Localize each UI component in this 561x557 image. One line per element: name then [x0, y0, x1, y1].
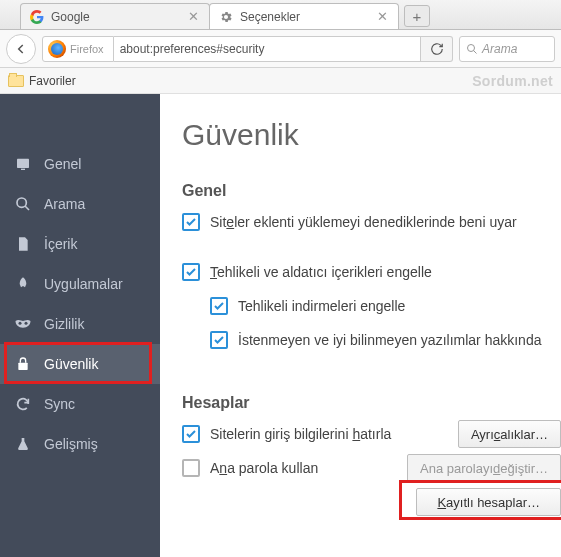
sidebar-label: Genel — [44, 156, 81, 172]
close-icon[interactable]: ✕ — [188, 9, 199, 24]
bookmark-favorites[interactable]: Favoriler — [29, 74, 76, 88]
saved-logins-button[interactable]: Kayıtlı hesaplar… — [416, 488, 561, 516]
svg-point-0 — [468, 44, 475, 51]
close-icon[interactable]: ✕ — [377, 9, 388, 24]
page-title: Güvenlik — [182, 118, 561, 152]
sidebar-label: İçerik — [44, 236, 77, 252]
passwords-area: Sitelerin giriş bilgilerini hatırla Ayrı… — [182, 420, 561, 516]
label-block-danger: Tehlikeli ve aldatıcı içerikleri engelle — [210, 264, 432, 280]
sidebar-label: Gizlilik — [44, 316, 84, 332]
section-passwords: Hesaplar — [182, 394, 561, 412]
tab-google[interactable]: Google ✕ — [20, 3, 210, 29]
nav-toolbar: Firefox about:preferences#security Arama — [0, 30, 561, 68]
sidebar-label: Güvenlik — [44, 356, 98, 372]
flask-icon — [14, 435, 32, 453]
label-remember: Sitelerin giriş bilgilerini hatırla — [210, 426, 391, 442]
search-box[interactable]: Arama — [459, 36, 555, 62]
sidebar-label: Gelişmiş — [44, 436, 98, 452]
security-panel: Güvenlik Genel Siteler eklenti yüklemeyi… — [160, 94, 561, 557]
row-block-danger: Tehlikeli ve aldatıcı içerikleri engelle — [182, 258, 561, 286]
checkbox-master[interactable] — [182, 459, 200, 477]
label-block-downloads: Tehlikeli indirmeleri engelle — [238, 298, 405, 314]
sidebar-item-content[interactable]: İçerik — [0, 224, 160, 264]
row-block-downloads: Tehlikeli indirmeleri engelle — [210, 292, 561, 320]
search-icon — [466, 43, 478, 55]
section-general: Genel — [182, 182, 561, 200]
back-button[interactable] — [6, 34, 36, 64]
identity-box[interactable]: Firefox — [42, 36, 114, 62]
svg-point-3 — [17, 198, 26, 207]
watermark: Sordum.net — [472, 73, 553, 89]
sidebar-item-security[interactable]: Güvenlik — [0, 344, 160, 384]
row-warn-addon: Siteler eklenti yüklemeyi denediklerinde… — [182, 208, 561, 236]
svg-point-5 — [25, 322, 28, 325]
svg-rect-1 — [17, 159, 29, 168]
svg-rect-2 — [21, 169, 25, 170]
tab-label: Seçenekler — [240, 10, 371, 24]
label-master: Ana parola kullan — [210, 460, 318, 476]
lock-icon — [14, 355, 32, 373]
checkbox-block-downloads[interactable] — [210, 297, 228, 315]
sync-icon — [14, 395, 32, 413]
content-area: Genel Arama İçerik Uygulamalar Gizlilik … — [0, 94, 561, 557]
sidebar-label: Sync — [44, 396, 75, 412]
document-icon — [14, 235, 32, 253]
row-remember: Sitelerin giriş bilgilerini hatırla Ayrı… — [182, 420, 561, 448]
mask-icon — [14, 315, 32, 333]
sidebar-item-search[interactable]: Arama — [0, 184, 160, 224]
tab-strip: Google ✕ Seçenekler ✕ + — [0, 0, 561, 30]
bookmarks-toolbar: Favoriler Sordum.net — [0, 68, 561, 94]
search-icon — [14, 195, 32, 213]
tab-options[interactable]: Seçenekler ✕ — [209, 3, 399, 29]
label-block-unwanted: İstenmeyen ve iyi bilinmeyen yazılımlar … — [238, 332, 541, 348]
checkbox-remember[interactable] — [182, 425, 200, 443]
svg-rect-6 — [18, 363, 27, 370]
sidebar-item-privacy[interactable]: Gizlilik — [0, 304, 160, 344]
reload-button[interactable] — [421, 36, 453, 62]
sidebar-item-general[interactable]: Genel — [0, 144, 160, 184]
svg-point-4 — [19, 322, 22, 325]
change-master-button: Ana parolayı değiştir… — [407, 454, 561, 482]
sidebar-label: Uygulamalar — [44, 276, 123, 292]
gear-icon — [218, 9, 234, 25]
label-warn-addon: Siteler eklenti yüklemeyi denediklerinde… — [210, 214, 517, 230]
url-text: about:preferences#security — [120, 42, 265, 56]
search-placeholder: Arama — [482, 42, 517, 56]
preferences-sidebar: Genel Arama İçerik Uygulamalar Gizlilik … — [0, 94, 160, 557]
row-saved-logins: Kayıtlı hesaplar… — [182, 488, 561, 516]
new-tab-button[interactable]: + — [404, 5, 430, 27]
sidebar-item-advanced[interactable]: Gelişmiş — [0, 424, 160, 464]
general-icon — [14, 155, 32, 173]
checkbox-warn-addon[interactable] — [182, 213, 200, 231]
google-favicon — [29, 9, 45, 25]
checkbox-block-unwanted[interactable] — [210, 331, 228, 349]
identity-label: Firefox — [70, 43, 104, 55]
folder-icon — [8, 75, 24, 87]
url-bar[interactable]: about:preferences#security — [114, 36, 421, 62]
sidebar-item-applications[interactable]: Uygulamalar — [0, 264, 160, 304]
sidebar-label: Arama — [44, 196, 85, 212]
row-master: Ana parola kullan Ana parolayı değiştir… — [182, 454, 561, 482]
firefox-icon — [48, 40, 66, 58]
sidebar-item-sync[interactable]: Sync — [0, 384, 160, 424]
tab-label: Google — [51, 10, 182, 24]
checkbox-block-danger[interactable] — [182, 263, 200, 281]
rocket-icon — [14, 275, 32, 293]
exceptions-button[interactable]: Ayrıcalıklar… — [458, 420, 561, 448]
row-block-unwanted: İstenmeyen ve iyi bilinmeyen yazılımlar … — [210, 326, 561, 354]
